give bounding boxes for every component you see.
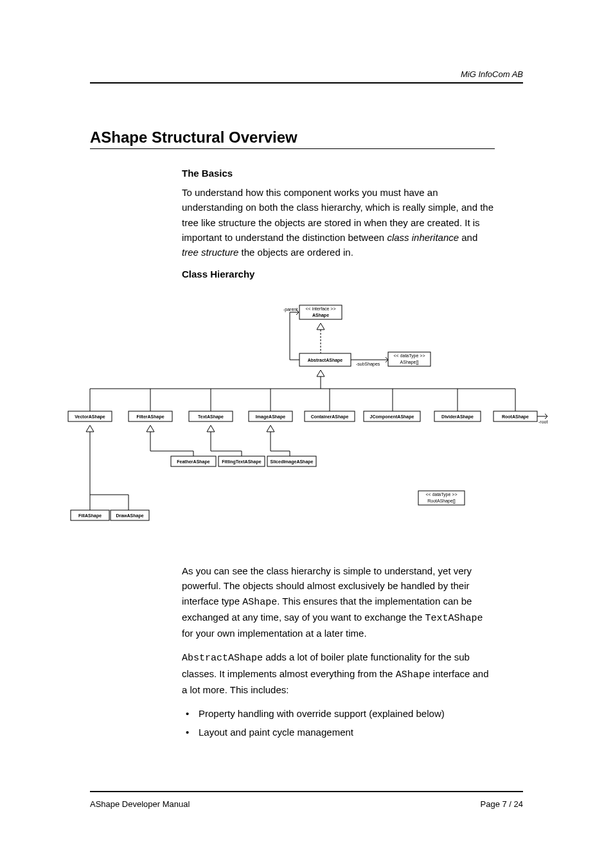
svg-marker-4 bbox=[317, 323, 324, 330]
diagram-label: ContainerAShape bbox=[311, 414, 349, 420]
text: and bbox=[459, 232, 477, 243]
page: MiG InfoCom AB AShape Structural Overvie… bbox=[0, 0, 613, 868]
heading-class-hierarchy: Class Hierarchy bbox=[182, 269, 497, 279]
heading-basics: The Basics bbox=[182, 168, 497, 179]
diagram-label: -subShapes bbox=[356, 362, 380, 367]
list-item: Layout and paint cycle management bbox=[182, 725, 497, 740]
para-class-hierarchy-1: As you can see the class hierarchy is si… bbox=[182, 563, 497, 641]
diagram-label: FeatherAShape bbox=[177, 459, 209, 465]
header-rule bbox=[90, 82, 523, 84]
svg-marker-38 bbox=[207, 425, 215, 432]
diagram-label: AShape bbox=[312, 313, 329, 318]
svg-marker-9 bbox=[317, 370, 324, 376]
footer-rule bbox=[90, 791, 523, 792]
code-text: TextAShape bbox=[425, 613, 483, 624]
text-italic: class inheritance bbox=[387, 232, 459, 243]
code-text: AbstractAShape bbox=[182, 653, 263, 664]
text: the objects are ordered in. bbox=[238, 247, 353, 258]
svg-marker-29 bbox=[86, 425, 94, 432]
title-rule bbox=[90, 148, 495, 149]
list-item: Property handling with override support … bbox=[182, 706, 497, 721]
diagram-label: RootAShape bbox=[502, 414, 529, 420]
diagram-label: -parent bbox=[283, 307, 298, 312]
diagram-label: FilterAShape bbox=[136, 414, 164, 420]
diagram-label: -root bbox=[538, 420, 547, 424]
diagram-label: DividerAShape bbox=[441, 414, 474, 420]
diagram-label: FittingTextAShape bbox=[222, 459, 261, 465]
diagram-label: AShape[] bbox=[400, 360, 419, 365]
page-title: AShape Structural Overview bbox=[90, 128, 298, 146]
content-block-2: As you can see the class hierarchy is si… bbox=[182, 563, 497, 744]
diagram-label: DrawAShape bbox=[116, 513, 143, 518]
svg-marker-42 bbox=[267, 425, 274, 432]
diagram-label: << dataType >> bbox=[425, 492, 457, 497]
diagram-label: JComponentAShape bbox=[370, 414, 414, 420]
code-text: AShape bbox=[396, 669, 431, 680]
diagram-label: << dataType >> bbox=[393, 353, 425, 359]
footer-page-number: Page 7 / 24 bbox=[481, 799, 524, 809]
para-class-hierarchy-2: AbstractAShape adds a lot of boiler plat… bbox=[182, 650, 497, 697]
content-block-1: The Basics To understand how this compon… bbox=[182, 164, 497, 286]
svg-marker-34 bbox=[147, 425, 154, 432]
diagram-label: SlicedImageAShape bbox=[271, 459, 314, 465]
text-italic: tree structure bbox=[182, 247, 238, 258]
diagram-label: AbstractAShape bbox=[308, 358, 343, 363]
class-hierarchy-diagram: << interface >> AShape -parent AbstractA… bbox=[62, 302, 551, 552]
para-basics: To understand how this component works y… bbox=[182, 185, 497, 260]
diagram-label: ImageAShape bbox=[256, 414, 285, 420]
diagram-label: RootAShape[] bbox=[427, 499, 456, 504]
diagram-label: VectorAShape bbox=[75, 414, 105, 420]
bullet-list: Property handling with override support … bbox=[182, 706, 497, 740]
text: for your own implementation at a later t… bbox=[182, 628, 367, 639]
diagram-label: << interface >> bbox=[305, 306, 335, 311]
footer-doc-title: AShape Developer Manual bbox=[90, 799, 190, 809]
diagram-label: FillAShape bbox=[78, 513, 102, 518]
code-text: AShape bbox=[242, 597, 277, 608]
diagram-label: TextAShape bbox=[198, 414, 224, 420]
header-company: MiG InfoCom AB bbox=[461, 69, 523, 79]
